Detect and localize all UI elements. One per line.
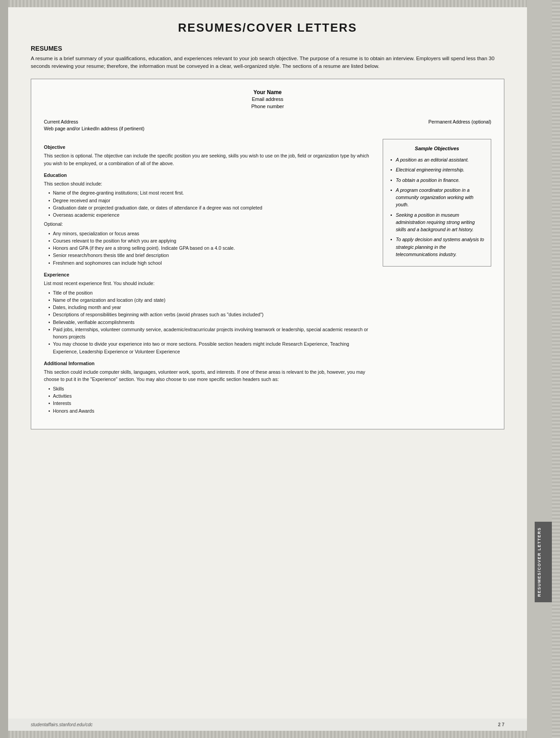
exp-item-1: Title of the position [48, 289, 375, 296]
edu-item-4: Overseas academic experience [48, 211, 375, 219]
resumes-heading: RESUMES [31, 45, 504, 52]
add-item-1: Skills [48, 385, 375, 392]
permanent-address-label: Permanent Address (optional) [428, 119, 491, 126]
main-content: RESUMES/COVER LETTERS RESUMES A resume i… [8, 0, 527, 738]
right-sidebar: RESUMES/COVER LETTERS [527, 0, 552, 738]
additional-text: This section could include computer skil… [44, 368, 375, 383]
edu-opt-3: Honors and GPA (if they are a strong sel… [48, 244, 375, 252]
email-label: Email address [44, 95, 491, 103]
experience-intro: List most recent experience first. You s… [44, 280, 375, 287]
obj-1: A position as an editorial assistant. [389, 156, 484, 163]
resume-left-col: Objective This section is optional. The … [44, 139, 375, 416]
edu-item-1: Name of the degree-granting institutions… [48, 189, 375, 196]
resumes-intro: A resume is a brief summary of your qual… [31, 55, 504, 71]
edu-item-3: Graduation date or projected graduation … [48, 204, 375, 211]
address-row: Current Address Web page and/or LinkedIn… [44, 119, 491, 133]
sample-objectives-title: Sample Objectives [389, 145, 484, 152]
add-item-2: Activities [48, 392, 375, 400]
resume-body: Objective This section is optional. The … [44, 139, 491, 416]
top-grid-border [8, 0, 527, 7]
edu-item-2: Degree received and major [48, 197, 375, 204]
additional-list: Skills Activities Interests Honors and A… [44, 385, 375, 414]
footer-page: 2 7 [498, 722, 504, 727]
current-address-label: Current Address [44, 119, 144, 126]
obj-5: Seeking a position in museum administrat… [389, 211, 484, 233]
edu-opt-2: Courses relevant to the position for whi… [48, 237, 375, 244]
exp-item-6: Paid jobs, internships, volunteer commun… [48, 326, 375, 341]
experience-list: Title of the position Name of the organi… [44, 289, 375, 355]
additional-title: Additional Information [44, 360, 375, 367]
content-area: RESUMES/COVER LETTERS RESUMES A resume i… [8, 7, 527, 719]
web-linkedin-label: Web page and/or LinkedIn address (if per… [44, 125, 144, 133]
exp-item-5: Believable, verifiable accomplishments [48, 319, 375, 326]
permanent-address-col: Permanent Address (optional) [428, 119, 491, 133]
footer-url: studentaffairs.stanford.edu/cdc [31, 722, 93, 727]
current-address-col: Current Address Web page and/or LinkedIn… [44, 119, 144, 133]
edu-opt-5: Freshmen and sophomores can include high… [48, 259, 375, 267]
experience-title: Experience [44, 271, 375, 278]
sidebar-tab: RESUMES/COVER LETTERS [535, 522, 552, 602]
exp-item-7: You may choose to divide your experience… [48, 340, 375, 355]
education-optional-list: Any minors, specialization or focus area… [44, 230, 375, 267]
obj-3: To obtain a position in finance. [389, 176, 484, 184]
resume-sample-box: Your Name Email address Phone number Cur… [31, 79, 504, 429]
edu-opt-1: Any minors, specialization or focus area… [48, 230, 375, 237]
exp-item-3: Dates, including month and year [48, 304, 375, 311]
exp-item-4: Descriptions of responsibilities beginni… [48, 311, 375, 318]
objective-text: This section is optional. The objective … [44, 152, 375, 167]
add-item-4: Honors and Awards [48, 407, 375, 414]
obj-4: A program coordinator position in a comm… [389, 186, 484, 209]
optional-label: Optional: [44, 220, 375, 228]
resume-right-col: Sample Objectives A position as an edito… [383, 139, 491, 416]
page-title: RESUMES/COVER LETTERS [31, 21, 504, 35]
education-title: Education [44, 171, 375, 179]
objective-title: Objective [44, 143, 375, 151]
your-name-label: Your Name [44, 89, 491, 95]
left-border [0, 0, 8, 738]
obj-6: To apply decision and systems analysis t… [389, 236, 484, 258]
education-intro: This section should include: [44, 180, 375, 187]
resume-header: Your Name Email address Phone number [44, 89, 491, 110]
education-required-list: Name of the degree-granting institutions… [44, 189, 375, 219]
bottom-grid-border [8, 731, 527, 738]
sample-objectives-list: A position as an editorial assistant. El… [389, 156, 484, 258]
edu-opt-4: Senior research/honors thesis title and … [48, 252, 375, 259]
sample-objectives-box: Sample Objectives A position as an edito… [383, 139, 491, 267]
right-grid-border [552, 0, 560, 738]
phone-label: Phone number [44, 103, 491, 110]
obj-2: Electrical engineering internship. [389, 166, 484, 173]
exp-item-2: Name of the organization and location (c… [48, 296, 375, 304]
add-item-3: Interests [48, 400, 375, 407]
footer-bar: studentaffairs.stanford.edu/cdc 2 7 [8, 719, 527, 731]
